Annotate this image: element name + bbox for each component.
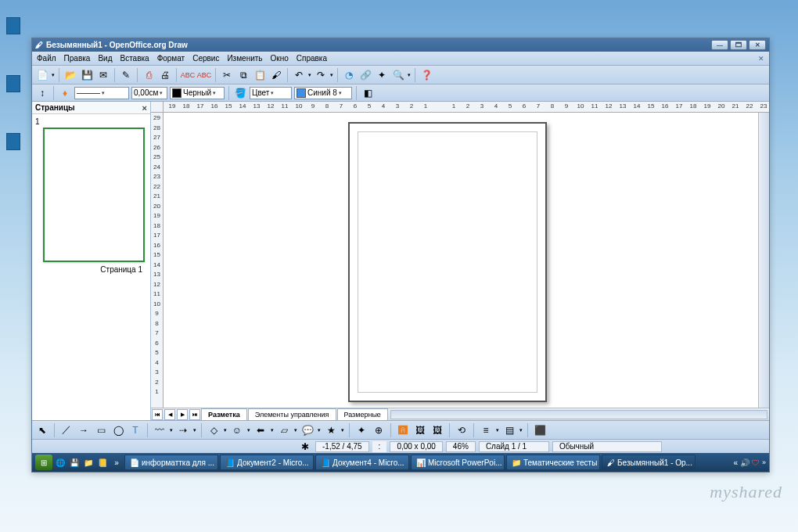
taskbar-item[interactable]: 🖌Безымянный1 - Op... <box>602 455 696 470</box>
menu-format[interactable]: Формат <box>157 54 185 63</box>
ql-book-icon[interactable]: 📒 <box>96 456 109 469</box>
tray-shield-icon[interactable]: 🛡 <box>752 458 760 467</box>
rect-icon[interactable]: ▭ <box>94 423 108 437</box>
callout-icon[interactable]: 💬 <box>300 423 315 437</box>
select-icon[interactable]: ⬉ <box>35 423 49 437</box>
minimize-button[interactable]: — <box>711 40 728 50</box>
fill-icon[interactable]: 🪣 <box>233 86 247 100</box>
open-icon[interactable]: 📂 <box>63 68 77 82</box>
arrow-style-icon[interactable]: ↕ <box>35 86 49 100</box>
pdf-icon[interactable]: ⎙ <box>142 68 156 82</box>
vertical-scrollbar[interactable] <box>758 113 769 408</box>
status-zoom[interactable]: 46% <box>446 441 476 452</box>
align-icon[interactable]: ≡ <box>479 423 493 437</box>
drawing-canvas[interactable] <box>164 113 758 408</box>
line-style-icon[interactable]: ♦ <box>58 86 72 100</box>
system-tray[interactable]: « 🔊 🛡 » <box>733 458 766 467</box>
tab-next-icon[interactable]: ▶ <box>177 409 188 420</box>
paste-icon[interactable]: 📋 <box>253 68 267 82</box>
copy-icon[interactable]: ⧉ <box>236 68 250 82</box>
fill-color-combo[interactable]: Синий 8▾ <box>294 87 352 99</box>
save-icon[interactable]: 💾 <box>80 68 94 82</box>
window-title: Безымянный1 - OpenOffice.org Draw <box>46 41 188 49</box>
star-icon[interactable]: ★ <box>324 423 338 437</box>
glue-icon[interactable]: ⊕ <box>372 423 386 437</box>
drawing-toolbar: ⬉ ／ → ▭ ◯ T 〰▾ ⇢▾ ◇▾ ☺▾ ⬅▾ ▱▾ 💬▾ ★▾ ✦ ⊕ … <box>32 420 769 439</box>
from-file-icon[interactable]: 🖼 <box>413 423 427 437</box>
ql-save-icon[interactable]: 💾 <box>68 456 81 469</box>
hyperlink-icon[interactable]: 🔗 <box>358 68 372 82</box>
email-icon[interactable]: ✉ <box>96 68 110 82</box>
flowchart-icon[interactable]: ▱ <box>277 423 291 437</box>
arrow-line-icon[interactable]: → <box>77 423 91 437</box>
tab-controls[interactable]: Элементы управления <box>248 408 336 420</box>
edit-icon[interactable]: ✎ <box>119 68 133 82</box>
menu-service[interactable]: Сервис <box>192 54 219 63</box>
taskbar-item[interactable]: 📘Документ2 - Micro... <box>220 455 314 470</box>
menu-window[interactable]: Окно <box>271 54 289 63</box>
menu-edit[interactable]: Правка <box>64 54 91 63</box>
ql-folder-icon[interactable]: 📁 <box>82 456 95 469</box>
close-doc-icon[interactable]: ✕ <box>758 55 764 63</box>
menu-modify[interactable]: Изменить <box>227 54 262 63</box>
help-icon[interactable]: ❓ <box>419 68 433 82</box>
navigator-icon[interactable]: ✦ <box>375 68 389 82</box>
vertical-ruler[interactable]: 2928272625242322212019181716151413121110… <box>151 113 164 408</box>
curve-icon[interactable]: 〰 <box>153 423 167 437</box>
basic-shapes-icon[interactable]: ◇ <box>207 423 221 437</box>
connector-icon[interactable]: ⇢ <box>176 423 190 437</box>
arrange-icon[interactable]: ▤ <box>502 423 516 437</box>
fill-mode-combo[interactable]: Цвет▾ <box>250 87 292 99</box>
page[interactable] <box>348 122 547 402</box>
tab-prev-icon[interactable]: ◀ <box>164 409 175 420</box>
print-icon[interactable]: 🖨 <box>158 68 172 82</box>
horizontal-ruler[interactable]: 1918171615141312111098765432112345678910… <box>164 102 769 113</box>
fontwork-icon[interactable]: 🅰 <box>396 423 410 437</box>
titlebar[interactable]: 🖌 Безымянный1 - OpenOffice.org Draw — 🗖 … <box>32 38 769 52</box>
menu-insert[interactable]: Вставка <box>120 54 149 63</box>
line-icon[interactable]: ／ <box>59 423 74 437</box>
taskbar-item[interactable]: 📊Microsoft PowerPoi... <box>411 455 505 470</box>
line-width-combo[interactable]: 0,00см▾ <box>131 87 167 99</box>
points-icon[interactable]: ✦ <box>354 423 368 437</box>
menu-view[interactable]: Вид <box>98 54 112 63</box>
menu-file[interactable]: Файл <box>37 54 56 63</box>
ellipse-icon[interactable]: ◯ <box>111 423 125 437</box>
tab-last-icon[interactable]: ⏭ <box>189 409 200 420</box>
zoom-icon[interactable]: 🔍 <box>391 68 405 82</box>
pages-panel: Страницы × 1 Страница 1 <box>32 102 151 420</box>
undo-icon[interactable]: ↶ <box>292 68 306 82</box>
horizontal-scrollbar[interactable] <box>390 410 767 419</box>
gallery-icon[interactable]: 🖼 <box>430 423 444 437</box>
rotate-icon[interactable]: ⟲ <box>455 423 469 437</box>
redo-icon[interactable]: ↷ <box>314 68 328 82</box>
new-icon[interactable]: 📄 <box>35 68 49 82</box>
line-color-combo[interactable]: Черный▾ <box>170 87 225 99</box>
autospell-icon[interactable]: ABC <box>197 68 211 82</box>
chart-icon[interactable]: ◔ <box>342 68 356 82</box>
tab-layout[interactable]: Разметка <box>201 408 247 420</box>
ql-ie-icon[interactable]: 🌐 <box>54 456 66 469</box>
shadow-icon[interactable]: ◧ <box>361 86 375 100</box>
close-button[interactable]: ✕ <box>749 40 766 50</box>
ql-more-icon[interactable]: » <box>110 456 123 469</box>
taskbar-item[interactable]: 📘Документ4 - Micro... <box>315 455 409 470</box>
extrusion-icon[interactable]: ⬛ <box>533 423 547 437</box>
taskbar-item[interactable]: 📁Тематические тесты <box>506 455 600 470</box>
cut-icon[interactable]: ✂ <box>220 68 234 82</box>
start-button[interactable]: ⊞ <box>35 455 52 470</box>
page-thumbnail[interactable] <box>43 128 145 262</box>
block-arrows-icon[interactable]: ⬅ <box>253 423 268 437</box>
tray-volume-icon[interactable]: 🔊 <box>740 458 749 467</box>
tab-first-icon[interactable]: ⏮ <box>152 409 163 420</box>
taskbar-item[interactable]: 📄информаттка для ... <box>124 455 218 470</box>
menu-help[interactable]: Справка <box>297 54 327 63</box>
maximize-button[interactable]: 🗖 <box>730 40 747 50</box>
brush-icon[interactable]: 🖌 <box>269 68 283 82</box>
tab-dimensions[interactable]: Размерные <box>337 408 388 420</box>
spellcheck-icon[interactable]: ABC <box>181 68 195 82</box>
line-style-combo[interactable]: ———▾ <box>74 87 129 99</box>
panel-close-icon[interactable]: × <box>142 103 147 113</box>
text-icon[interactable]: T <box>128 423 142 437</box>
symbol-shapes-icon[interactable]: ☺ <box>230 423 244 437</box>
